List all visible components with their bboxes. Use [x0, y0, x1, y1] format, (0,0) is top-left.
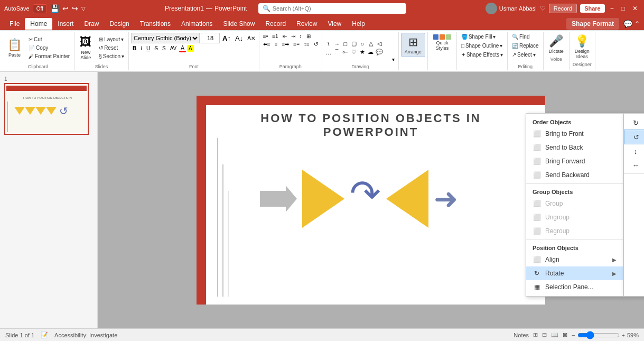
columns-btn[interactable]: ⊞ [305, 33, 312, 40]
bring-to-front-item[interactable]: ⬜ Bring to Front [526, 127, 623, 141]
decrease-indent-btn[interactable]: ⇤ [281, 33, 288, 40]
shape-star[interactable]: ★ [358, 48, 367, 57]
tab-design[interactable]: Design [104, 18, 134, 30]
align-right-btn[interactable]: ≡➡ [280, 41, 291, 48]
slide-thumbnail[interactable]: HOW TO POSITION OBJECTS IN ↺ [4, 83, 89, 135]
regroup-item[interactable]: ⬜ Regroup [526, 224, 623, 238]
tab-insert[interactable]: Insert [52, 18, 79, 30]
restore-btn[interactable]: □ [619, 5, 627, 12]
group-item[interactable]: ⬜ Group [526, 197, 623, 210]
italic-btn[interactable]: I [139, 45, 144, 52]
shape-cloud[interactable]: ☁ [367, 48, 375, 57]
dictate-button[interactable]: 🎤 Dictate [546, 33, 567, 56]
cut-button[interactable]: ✂ Cut [26, 35, 72, 43]
rotate-item[interactable]: ↻ Rotate ▶ [526, 266, 623, 280]
collapse-ribbon-icon[interactable]: ⌃ [634, 20, 640, 27]
numbering-btn[interactable]: ≡1 [270, 33, 279, 40]
shape-curve[interactable]: ⌒ [333, 48, 341, 57]
font-color-btn[interactable]: A [179, 44, 186, 52]
comment-icon[interactable]: 💬 [623, 20, 632, 28]
ungroup-item[interactable]: ⬜ Ungroup [526, 210, 623, 224]
replace-btn[interactable]: 🔄 Replace [510, 42, 541, 50]
heart-icon[interactable]: ♡ [540, 5, 546, 12]
shape-effects-btn[interactable]: ✦ Shape Effects ▾ [459, 51, 505, 59]
tab-draw[interactable]: Draw [79, 18, 104, 30]
section-button[interactable]: § Section ▾ [97, 52, 126, 60]
copy-button[interactable]: 📄 Copy [26, 44, 72, 52]
highlight-btn[interactable]: A [187, 45, 194, 52]
tab-record[interactable]: Record [260, 18, 291, 30]
record-button[interactable]: Record [549, 4, 577, 13]
quick-styles-button[interactable]: QuickStyles [430, 33, 454, 52]
shape-arrow[interactable]: → [333, 40, 341, 48]
shape-callout[interactable]: 💬 [375, 48, 384, 57]
minimize-btn[interactable]: − [608, 5, 616, 12]
zoom-out-icon[interactable]: − [572, 332, 575, 338]
tab-review[interactable]: Review [291, 18, 322, 30]
bring-forward-item[interactable]: ⬜ Bring Forward [526, 154, 623, 168]
font-decrease-btn[interactable]: A↓ [234, 34, 245, 43]
bold-btn[interactable]: B [131, 45, 138, 52]
tab-slideshow[interactable]: Slide Show [218, 18, 260, 30]
font-clear-btn[interactable]: A✕ [246, 35, 257, 42]
tab-shape-format[interactable]: Shape Format [566, 18, 619, 30]
format-painter-button[interactable]: 🖌 Format Painter [26, 52, 72, 60]
font-increase-btn[interactable]: A↑ [221, 34, 232, 43]
arrange-button[interactable]: ⊞ Arrange [401, 33, 425, 57]
search-bar[interactable]: 🔍 [258, 3, 406, 14]
close-btn[interactable]: ✕ [630, 5, 640, 12]
tab-help[interactable]: Help [347, 18, 370, 30]
selection-pane-item[interactable]: ▦ Selection Pane... [526, 280, 623, 294]
tab-transitions[interactable]: Transitions [135, 18, 176, 30]
increase-indent-btn[interactable]: ⇥ [290, 33, 297, 40]
more-rotation-item[interactable]: More Rotation Options... [624, 176, 644, 189]
shape-line[interactable]: \ [324, 40, 333, 48]
tab-animations[interactable]: Animations [176, 18, 218, 30]
slide-notes-icon[interactable]: 📝 [41, 331, 48, 338]
find-btn[interactable]: 🔍 Find [510, 33, 531, 41]
shape-rounded-rect[interactable]: ▢ [350, 40, 358, 48]
shape-outline-btn[interactable]: □ Shape Outline ▾ [459, 42, 505, 50]
shape-connector[interactable]: ⟜ [341, 48, 350, 57]
tab-home[interactable]: Home [25, 18, 52, 30]
customize-icon[interactable]: ▽ [81, 6, 86, 12]
redo-icon[interactable]: ↪ [72, 4, 78, 13]
flip-vertical-item[interactable]: ↕ Flip Vertical [624, 144, 644, 158]
bullets-btn[interactable]: ≡• [262, 33, 269, 40]
reading-view-icon[interactable]: 📖 [551, 331, 558, 338]
paste-button[interactable]: 📋 Paste [4, 36, 25, 59]
font-size-input[interactable] [201, 33, 220, 43]
layout-button[interactable]: ⊞ Layout ▾ [97, 35, 126, 43]
underline-btn[interactable]: U [145, 45, 152, 52]
align-text-btn[interactable]: ↕≡ [302, 41, 311, 48]
align-item[interactable]: ⬜ Align ▶ [526, 253, 623, 266]
shapes-dropdown-btn[interactable]: ▾ [390, 56, 396, 63]
spacing-btn[interactable]: AV [169, 45, 179, 52]
zoom-slider[interactable] [577, 331, 620, 339]
shadow-btn[interactable]: S [161, 45, 167, 52]
search-input[interactable] [273, 5, 378, 12]
align-left-btn[interactable]: ⬅≡ [262, 41, 272, 48]
shape-fill-btn[interactable]: 🪣 Shape Fill ▾ [459, 33, 498, 41]
select-btn[interactable]: ↗ Select ▾ [510, 51, 538, 59]
convert-smart-btn[interactable]: ↺ [312, 41, 320, 48]
strikethrough-btn[interactable]: S [153, 45, 160, 52]
tab-view[interactable]: View [322, 18, 347, 30]
normal-view-icon[interactable]: ⊞ [533, 331, 538, 338]
rotate-left-90-item[interactable]: ↺ Rotate Left 90° [624, 130, 644, 144]
reset-button[interactable]: ↺ Reset [97, 44, 126, 52]
save-icon[interactable]: 💾 [50, 4, 59, 13]
share-button[interactable]: Share [580, 4, 605, 13]
presenter-view-icon[interactable]: ⊠ [563, 331, 567, 338]
align-center-btn[interactable]: ≡ [273, 41, 279, 48]
notes-btn[interactable]: Notes [514, 332, 529, 338]
shape-rt-tri[interactable]: ◁ [375, 40, 384, 48]
tab-file[interactable]: File [4, 18, 25, 30]
line-spacing-btn[interactable]: ↕ [298, 33, 304, 40]
send-backward-item[interactable]: ⬜ Send Backward [526, 168, 623, 182]
new-slide-button[interactable]: 🖼 NewSlide [77, 34, 95, 62]
design-ideas-button[interactable]: 💡 DesignIdeas [572, 33, 593, 61]
flip-horizontal-item[interactable]: ↔ Flip Horizontal [624, 158, 644, 172]
shape-tri[interactable]: △ [367, 40, 375, 48]
autosave-toggle[interactable]: Off [33, 4, 47, 13]
